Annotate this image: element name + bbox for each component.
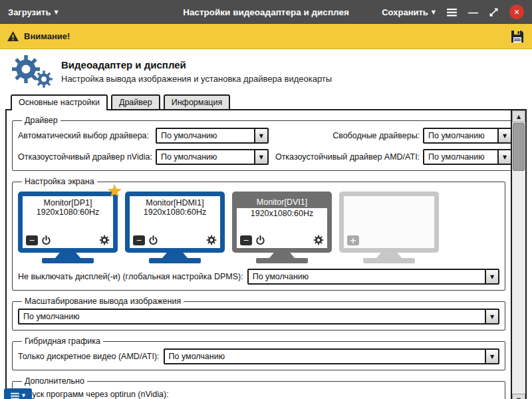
group-hybrid-title: Гибридная графика — [22, 336, 103, 346]
monitor-row: ★ Monitor[DP1] 1920x1080:60Hz − — [18, 192, 499, 263]
monitor-stand — [162, 253, 188, 258]
save-button[interactable]: Сохранить ▼ — [382, 7, 436, 17]
scaling-select[interactable]: По умолчанию ▼ — [18, 309, 499, 325]
warning-triangle-icon — [7, 31, 19, 42]
load-button[interactable]: Загрузить ▼ — [8, 7, 59, 17]
monitor-actions: − — [23, 234, 113, 248]
dropdown-arrow-icon: ▼ — [497, 150, 511, 164]
failsafe-amd-select[interactable]: По умолчанию ▼ — [423, 149, 512, 165]
group-screen: Настройка экрана ★ Monitor[DP1] 1920x108… — [12, 177, 505, 291]
menu-button[interactable] — [446, 8, 458, 17]
dropdown-arrow-icon: ▼ — [485, 310, 498, 323]
scroll-up-button[interactable]: ▲ — [512, 110, 525, 122]
auto-driver-select[interactable]: По умолчанию ▼ — [156, 128, 269, 144]
group-driver-title: Драйвер — [22, 116, 61, 125]
group-scaling: Масштабирование вывода изображения По ум… — [12, 297, 505, 331]
group-hybrid: Гибридная графика Только дискретное виде… — [12, 336, 505, 370]
disable-monitor-button[interactable]: − — [240, 235, 252, 245]
discrete-video-label: Только дискретное видео (AMD/ATI): — [18, 352, 160, 361]
monitor-hdmi1[interactable]: Monitor[HDMI1] 1920x1080:60Hz − — [125, 192, 225, 263]
expand-icon — [489, 7, 499, 17]
dropdown-arrow-icon: ▼ — [497, 129, 511, 142]
tab-driver[interactable]: Драйвер — [111, 94, 160, 109]
chevron-down-icon: ▼ — [432, 9, 436, 15]
group-driver: Драйвер Автоматический выбор драйвера: П… — [12, 116, 518, 171]
optirun-label: Запуск программ через optirun (nVidia): — [18, 390, 499, 399]
dropdown-arrow-icon: ▼ — [254, 129, 267, 142]
failsafe-nvidia-select[interactable]: По умолчанию ▼ — [156, 149, 269, 165]
dropdown-arrow-icon: ▼ — [485, 270, 498, 283]
close-icon: ✕ — [513, 8, 519, 17]
group-scaling-title: Масштабирование вывода изображения — [22, 297, 184, 306]
scroll-up-icon: ▲ — [517, 114, 521, 120]
power-icon[interactable] — [255, 235, 265, 245]
floppy-disk-icon — [509, 29, 525, 45]
minus-icon: − — [136, 237, 142, 244]
page-subtitle: Настройка вывода изображения и установка… — [61, 74, 332, 84]
group-additional-title: Дополнительно — [22, 376, 87, 386]
hybrid-row: Только дискретное видео (AMD/ATI): По ум… — [18, 348, 499, 364]
monitor-resolution: 1920x1080:60Hz — [237, 209, 327, 218]
free-drivers-select[interactable]: По умолчанию ▼ — [423, 128, 512, 144]
monitor-name: Monitor[HDMI1] — [130, 196, 220, 207]
monitor-settings-gear-icon[interactable] — [313, 235, 324, 245]
plus-icon: + — [350, 236, 357, 245]
scroll-down-button[interactable]: ▼ — [512, 394, 525, 399]
hamburger-icon — [11, 392, 19, 399]
page-header-text: Видеоадаптер и дисплей Настройка вывода … — [61, 59, 332, 84]
dropdown-arrow-icon: ▼ — [485, 350, 498, 363]
monitor-dvi1[interactable]: Monitor[DVI1] 1920x1080:60Hz − — [232, 192, 332, 263]
disable-monitor-button[interactable]: − — [26, 235, 38, 245]
monitor-dp1[interactable]: ★ Monitor[DP1] 1920x1080:60Hz − — [18, 192, 118, 263]
monitor-actions: + — [344, 235, 434, 248]
discrete-video-select[interactable]: По умолчанию ▼ — [164, 348, 499, 364]
hamburger-icon — [446, 8, 458, 17]
monitor-settings-gear-icon[interactable] — [206, 235, 217, 245]
scrollbar-thumb[interactable] — [513, 123, 525, 171]
close-button[interactable]: ✕ — [509, 5, 524, 19]
monitor-screen: Monitor[HDMI1] 1920x1080:60Hz − — [125, 192, 225, 253]
minus-icon: − — [243, 237, 249, 244]
maximize-button[interactable] — [489, 7, 499, 17]
dpms-select[interactable]: По умолчанию ▼ — [247, 269, 499, 285]
warning-message: Внимание! — [7, 31, 70, 42]
failsafe-nvidia-label: Отказоустойчивый драйвер nVidia: — [18, 152, 152, 162]
minimize-icon: — — [468, 7, 478, 17]
monitor-actions: − — [237, 234, 327, 248]
page-title: Видеоадаптер и дисплей — [61, 59, 332, 70]
vertical-scrollbar[interactable]: ▲ ▼ — [511, 110, 525, 399]
monitor-settings-gear-icon[interactable] — [99, 235, 110, 245]
bottom-menu-button[interactable]: ▼ — [4, 388, 32, 399]
warning-bar: Внимание! — [0, 24, 532, 49]
monitor-base — [363, 258, 415, 263]
monitor-base — [149, 258, 201, 263]
failsafe-amd-label: Отказоустойчивый драйвер AMD/ATI: — [275, 152, 420, 162]
app-window: Загрузить ▼ Настройки видеоадаптера и ди… — [0, 0, 532, 399]
monitor-stand — [55, 253, 80, 258]
save-to-file-button[interactable] — [509, 29, 525, 45]
monitor-screen: Monitor[DVI1] 1920x1080:60Hz − — [232, 192, 332, 253]
titlebar: Загрузить ▼ Настройки видеоадаптера и ди… — [0, 0, 532, 24]
monitor-stand — [376, 253, 402, 258]
gear-small-icon — [35, 70, 53, 88]
chevron-down-icon: ▼ — [22, 393, 25, 398]
monitor-screen: + — [339, 192, 439, 253]
driver-grid: Автоматический выбор драйвера: По умолча… — [18, 128, 512, 165]
load-button-label: Загрузить — [8, 7, 51, 17]
monitor-add-slot[interactable]: + — [339, 192, 439, 263]
dpms-row: Не выключать дисплей(-и) (глобальная нас… — [18, 269, 499, 285]
page-header: Видеоадаптер и дисплей Настройка вывода … — [0, 49, 532, 93]
window-title: Настройки видеоадаптера и дисплея — [183, 7, 349, 17]
power-icon[interactable] — [148, 235, 158, 245]
chevron-down-icon: ▼ — [54, 9, 58, 15]
add-monitor-button[interactable]: + — [347, 235, 359, 245]
power-icon[interactable] — [41, 235, 51, 245]
monitor-name: Monitor[DVI1] — [237, 196, 327, 208]
save-button-label: Сохранить — [382, 7, 428, 17]
tab-main-settings[interactable]: Основные настройки — [11, 94, 108, 110]
monitor-resolution: 1920x1080:60Hz — [130, 207, 220, 217]
monitor-name: Monitor[DP1] — [23, 196, 113, 207]
disable-monitor-button[interactable]: − — [133, 235, 145, 245]
tab-information[interactable]: Информация — [164, 94, 231, 109]
minimize-button[interactable]: — — [468, 7, 478, 17]
